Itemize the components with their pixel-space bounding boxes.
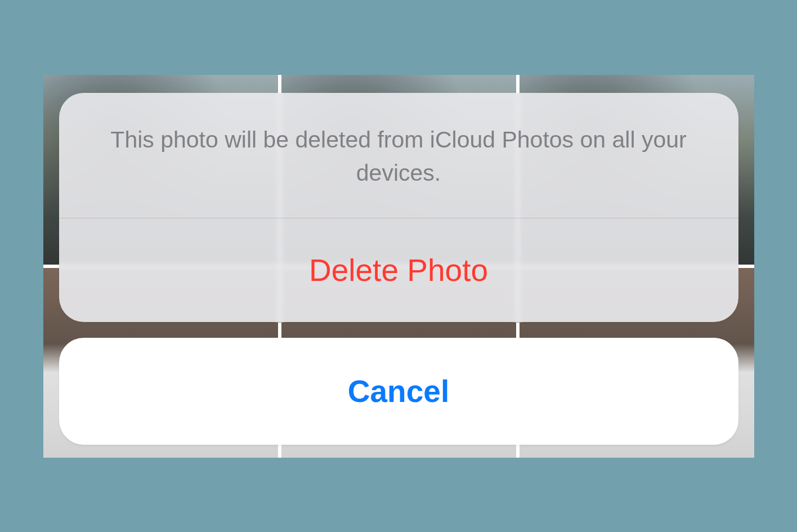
action-sheet-cancel-group: Cancel xyxy=(59,338,738,445)
photos-app-viewport: This photo will be deleted from iCloud P… xyxy=(43,75,754,458)
delete-photo-button[interactable]: Delete Photo xyxy=(59,218,738,322)
cancel-button[interactable]: Cancel xyxy=(59,338,738,445)
action-sheet-main-group: This photo will be deleted from iCloud P… xyxy=(59,93,738,323)
action-sheet-message: This photo will be deleted from iCloud P… xyxy=(59,93,738,218)
action-sheet: This photo will be deleted from iCloud P… xyxy=(59,93,738,445)
